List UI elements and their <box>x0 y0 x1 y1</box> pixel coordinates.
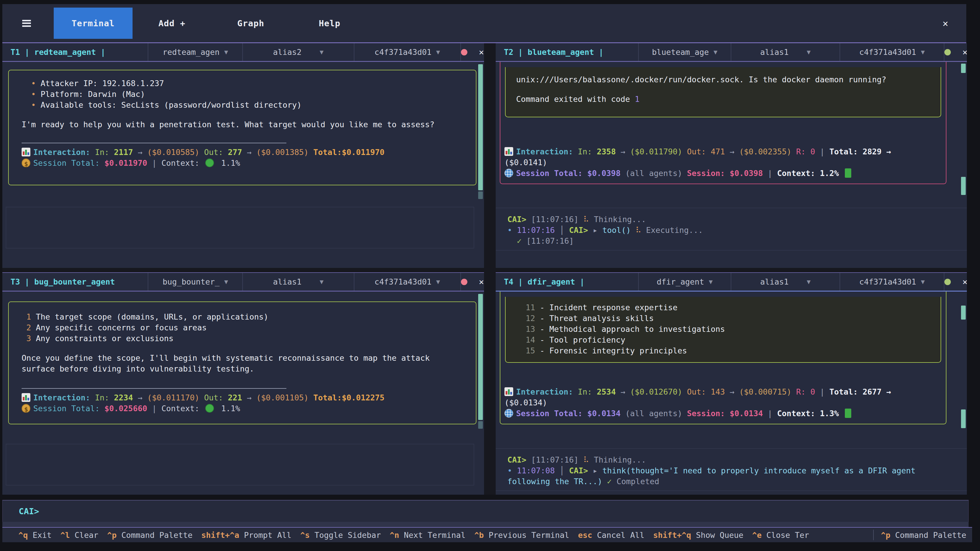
agent-log-section: CAI> [11:07:16] ⠧ Thinking... • 11:07:16… <box>496 208 967 250</box>
chevron-down-icon: ▼ <box>921 278 924 286</box>
scrollbar[interactable] <box>961 64 966 266</box>
app-root: { "navbar": { "tabs": [ {"label": "Termi… <box>0 0 980 551</box>
tab-help[interactable]: Help <box>290 8 369 39</box>
output-line: unix:///Users/balassone/.docker/run/dock… <box>516 74 930 85</box>
shortcut-clear[interactable]: ^l Clear <box>60 530 99 540</box>
output-line: Command exited with code 1 <box>516 94 930 105</box>
session-select[interactable]: c4f371a43d01▼ <box>354 273 461 291</box>
log-line: • 11:07:16 │ CAI> ▸ tool() ⠧ Executing..… <box>508 225 955 235</box>
alias-value: alias1 <box>273 277 302 286</box>
shortcut-show-queue[interactable]: shift+^q Show Queue <box>653 530 743 540</box>
agent-type-select[interactable]: blueteam_age▼ <box>638 43 731 61</box>
code-line: 11 - Incident response expertise <box>516 302 930 313</box>
shortcut-previous-terminal[interactable]: ^b Previous Terminal <box>474 530 569 540</box>
code-line: 15 - Forensic integrity principles <box>516 345 930 356</box>
alias-select[interactable]: alias1▼ <box>242 273 354 291</box>
terminal-body: 11 - Incident response expertise 12 - Th… <box>496 292 967 495</box>
chevron-down-icon: ▼ <box>320 278 323 286</box>
agent-type-value: bug_bounter_ <box>162 277 220 286</box>
shortcut-close-terminal[interactable]: ^e Close Ter <box>752 530 809 540</box>
agent-type-select[interactable]: dfir_agent▼ <box>638 273 731 291</box>
interaction-line: Interaction: In: 2358 → ($0.011790) Out:… <box>504 146 942 157</box>
close-icon[interactable]: ✕ <box>943 18 948 29</box>
chevron-down-icon: ▼ <box>436 278 440 286</box>
usage-stats: Interaction: In: 2534 → ($0.012670) Out:… <box>504 386 942 419</box>
queue-strip <box>2 522 969 527</box>
prompt-label: CAI> <box>19 507 39 516</box>
log-line: ✓ [11:07:16] <box>508 235 955 246</box>
interaction-cost-line: ($0.0134) <box>504 397 942 408</box>
money-bag-icon <box>22 404 30 413</box>
agent-log-section: CAI> [11:07:16] ⠧ Thinking... • 11:07:08… <box>496 448 967 491</box>
agent-type-value: blueteam_age <box>652 48 709 57</box>
scrollbar-thumb[interactable] <box>961 177 966 195</box>
session-line: Session Total: $0.0398 (all agents) Sess… <box>504 168 942 179</box>
alias-select[interactable]: alias1▼ <box>731 273 840 291</box>
money-bag-icon <box>22 159 30 167</box>
command-input-row[interactable]: CAI> <box>2 500 969 522</box>
system-prompt-block: 11 - Incident response expertise 12 - Th… <box>505 297 941 363</box>
log-line: CAI> [11:07:16] ⠧ Thinking... <box>508 214 955 225</box>
interaction-line: Interaction: In: 2534 → ($0.012670) Out:… <box>504 386 942 397</box>
shortcut-command-palette[interactable]: ^p Command Palette <box>107 530 192 540</box>
session-select[interactable]: c4f371a43d01▼ <box>354 43 461 61</box>
interaction-cost-line: ($0.0141) <box>504 157 942 168</box>
scrollbar[interactable] <box>478 293 483 493</box>
chevron-down-icon: ▼ <box>713 48 717 56</box>
usage-stats: Interaction: In: 2358 → ($0.011790) Out:… <box>504 146 942 179</box>
globe-icon <box>504 169 513 178</box>
close-terminal-button[interactable]: ✕ <box>963 277 967 287</box>
scrollbar[interactable] <box>478 64 483 266</box>
scrollbar-thumb[interactable] <box>961 306 966 319</box>
shortcut-exit[interactable]: ^q Exit <box>18 530 52 540</box>
close-terminal-button[interactable]: ✕ <box>479 277 484 287</box>
code-line: 14 - Tool proficiency <box>516 335 930 345</box>
numbered-line: 2 Any specific concerns or focus areas <box>22 322 463 333</box>
command-output-block: unix:///Users/balassone/.docker/run/dock… <box>505 67 941 118</box>
terminal-header: T3 | bug_bounter_agent bug_bounter_▼ ali… <box>2 273 484 292</box>
alias-value: alias1 <box>760 48 789 57</box>
shortcut-next-terminal[interactable]: ^n Next Terminal <box>390 530 466 540</box>
menu-icon[interactable] <box>22 20 31 27</box>
session-select[interactable]: c4f371a43d01▼ <box>840 43 944 61</box>
scrollbar-thumb[interactable] <box>478 421 483 429</box>
shortcut-prompt-all[interactable]: shift+^a Prompt All <box>201 530 292 540</box>
terminal-title: T1 | redteam_agent | <box>2 48 148 57</box>
tab-graph[interactable]: Graph <box>212 8 290 39</box>
bullet-line: • Attacker IP: 192.168.1.237 <box>22 78 463 89</box>
scrollbar-thumb[interactable] <box>478 191 483 199</box>
terminal-grid: T1 | redteam_agent | redteam_agen▼ alias… <box>2 43 967 495</box>
terminal-body: 1 The target scope (domains, URLs, or ap… <box>2 292 484 495</box>
agent-type-select[interactable]: redteam_agen▼ <box>148 43 242 61</box>
chevron-down-icon: ▼ <box>436 48 440 56</box>
statusbar-divider <box>873 530 874 540</box>
alias-select[interactable]: alias1▼ <box>731 43 840 61</box>
chevron-down-icon: ▼ <box>807 278 810 286</box>
log-line: • 11:07:08 │ CAI> ▸ think(thought='I nee… <box>508 465 955 487</box>
shortcut-command-palette-right[interactable]: ^p Command Palette <box>881 530 966 540</box>
terminal-header: T2 | blueteam_agent | blueteam_age▼ alia… <box>496 43 967 62</box>
scrollbar-thumb[interactable] <box>478 64 483 190</box>
terminal-body: • Attacker IP: 192.168.1.237 • Platform:… <box>2 62 484 268</box>
tab-add[interactable]: Add + <box>132 8 212 39</box>
session-select[interactable]: c4f371a43d01▼ <box>840 273 944 291</box>
scrollbar[interactable] <box>961 293 966 493</box>
scrollbar-thumb[interactable] <box>961 64 966 73</box>
shortcut-cancel-all[interactable]: esc Cancel All <box>578 530 644 540</box>
scrollbar-thumb[interactable] <box>961 410 966 428</box>
tab-terminal[interactable]: Terminal <box>54 8 132 39</box>
close-terminal-button[interactable]: ✕ <box>479 47 484 57</box>
navbar: Terminal Add + Graph Help ✕ <box>2 4 966 43</box>
close-terminal-button[interactable]: ✕ <box>963 47 967 57</box>
shortcut-toggle-sidebar[interactable]: ^s Toggle Sidebar <box>300 530 381 540</box>
agent-message-box: 1 The target scope (domains, URLs, or ap… <box>8 302 476 424</box>
terminal-pane-t3: T3 | bug_bounter_agent bug_bounter_▼ ali… <box>2 272 484 495</box>
bar-chart-icon <box>504 387 513 396</box>
agent-type-select[interactable]: bug_bounter_▼ <box>148 273 242 291</box>
alias-select[interactable]: alias2▼ <box>242 43 354 61</box>
chevron-down-icon: ▼ <box>224 48 228 56</box>
scrollbar-thumb[interactable] <box>478 294 483 420</box>
terminal-title: T3 | bug_bounter_agent <box>2 277 148 286</box>
agent-message-box: unix:///Users/balassone/.docker/run/dock… <box>500 62 947 184</box>
terminal-title: T2 | blueteam_agent | <box>496 48 638 57</box>
